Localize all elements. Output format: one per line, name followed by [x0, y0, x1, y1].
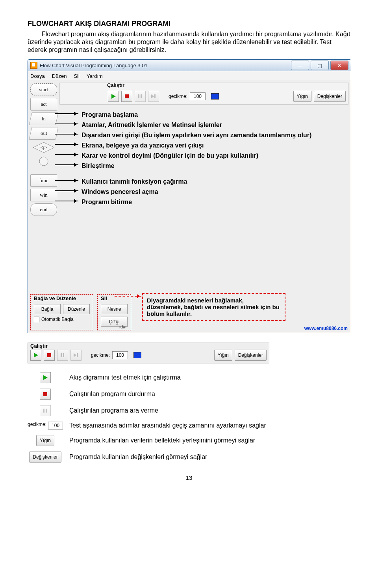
stop-icon[interactable] [121, 91, 132, 102]
minimize-button[interactable]: — [291, 61, 309, 70]
svg-rect-16 [43, 392, 47, 396]
delay-label-2: gecikme: [91, 352, 110, 358]
desc-connector: Birleştirme [82, 162, 347, 170]
tool-start[interactable]: start [30, 83, 57, 96]
svg-rect-4 [125, 94, 129, 98]
delay-label: gecikme: [169, 94, 187, 99]
tool-func[interactable]: func [30, 174, 57, 187]
expl-vars-icon: Değişkenler [29, 452, 61, 463]
site-url: www.emu8086.com [304, 326, 348, 331]
desc-func: Kullanıcı tanımlı fonksiyon çağırma [82, 178, 347, 186]
desc-decision: Karar ve kontrol deyimi (Döngüler için d… [82, 152, 347, 160]
delay-field[interactable]: 100 [190, 92, 206, 100]
explanations: Akış digramını test etmek için çalıştırm… [28, 372, 350, 463]
variables-button-2[interactable]: Değişkenler [235, 350, 267, 361]
intro-paragraph-block: Flowchart programı akış diagramlarının h… [28, 30, 350, 54]
play-icon-2[interactable] [30, 350, 41, 361]
menu-delete[interactable]: Sil [74, 73, 79, 79]
expl-delay-value: 100 [48, 422, 63, 429]
group-delete-label: Sil [101, 295, 107, 301]
maximize-button[interactable]: ▢ [311, 61, 329, 70]
svg-marker-15 [43, 375, 48, 380]
desc-in: Dışarıdan veri girişi (Bu işlem yapılırk… [82, 131, 347, 139]
svg-rect-5 [138, 94, 139, 98]
group-connect-label: Bağla ve Düzenle [34, 295, 76, 301]
tool-in-label: in [42, 116, 46, 122]
desc-end: Programı bitirme [82, 198, 347, 206]
group-delete: Sil Nesne Çizgi [97, 294, 131, 330]
svg-rect-6 [141, 94, 142, 98]
tool-win[interactable]: win [30, 189, 57, 201]
run-label: Çalıştır [107, 82, 124, 88]
tool-in[interactable]: in [29, 112, 59, 125]
svg-marker-9 [34, 353, 38, 358]
tool-connector[interactable] [30, 155, 57, 167]
connect-button[interactable]: Bağla [34, 304, 61, 314]
step-icon-2[interactable] [70, 350, 82, 361]
expl-vars: Programda kullanılan değişkenleri görmey… [69, 453, 207, 461]
menu-edit[interactable]: Düzen [52, 73, 67, 79]
intro-paragraph: Flowchart programı akış diagramlarının h… [28, 30, 350, 54]
step-icon[interactable] [148, 91, 159, 102]
page-number: 13 [28, 474, 350, 481]
expl-pause-icon [40, 405, 51, 416]
toolbar-detail-label: Çalıştır [30, 343, 267, 349]
expl-stop-icon [40, 389, 51, 400]
expl-play-icon [40, 372, 51, 383]
svg-rect-12 [63, 353, 64, 357]
client-area: start act in out <j> func win end Çalışt… [28, 81, 351, 333]
svg-marker-7 [151, 94, 154, 98]
tool-decision[interactable]: <j> [30, 142, 57, 153]
expl-stack-icon: Yığın [36, 435, 54, 446]
group-connect-edit: Bağla ve Düzenle Bağla Düzenle Otomatik … [30, 294, 93, 330]
delay-field-2[interactable]: 100 [112, 351, 128, 359]
svg-rect-14 [77, 353, 78, 357]
svg-rect-11 [61, 353, 62, 357]
auto-connect-label: Otomatik Bağla [41, 317, 74, 322]
stack-button-2[interactable]: Yığın [214, 350, 232, 361]
close-button[interactable]: X [330, 61, 348, 70]
tool-act[interactable]: act [30, 98, 57, 111]
auto-connect-checkbox[interactable]: Otomatik Bağla [34, 317, 90, 322]
svg-rect-8 [154, 94, 156, 98]
tool-out-label: out [41, 130, 47, 136]
desc-win: Windows penceresi açma [82, 188, 347, 196]
tool-end[interactable]: end [30, 203, 57, 216]
desc-out: Ekrana, belgeye ya da yazıcıya veri çıkı… [82, 142, 347, 149]
edit-button[interactable]: Düzenle [63, 304, 90, 314]
svg-rect-18 [46, 409, 47, 413]
progress-indicator [211, 93, 219, 100]
svg-point-2 [39, 157, 48, 166]
descriptions: Programa başlama Atamlar, Aritmetik İşle… [63, 111, 347, 208]
svg-marker-13 [74, 353, 76, 357]
menu-help[interactable]: Yardım [87, 73, 103, 79]
red-arrow [115, 296, 141, 297]
menu-file[interactable]: Dosya [30, 73, 45, 79]
app-window: Flow Chart Visual Programming Language 3… [28, 59, 351, 333]
desc-act: Atamlar, Aritmetik İşlemler ve Metinsel … [82, 121, 347, 129]
expl-delay-label: gecikme: [28, 422, 46, 429]
play-icon[interactable] [108, 91, 119, 102]
svg-rect-17 [43, 409, 44, 413]
pause-icon[interactable] [135, 91, 146, 102]
red-note: Diyagramdaki nesneleri bağlamak, düzenle… [142, 293, 285, 321]
delete-object-button[interactable]: Nesne [101, 304, 128, 314]
variables-button[interactable]: Değişkenler [314, 91, 346, 102]
title-bar: Flow Chart Visual Programming Language 3… [28, 60, 351, 71]
desc-start: Programa başlama [82, 111, 347, 119]
expl-stop: Çalıştırılan programı durdurma [69, 391, 155, 398]
progress-indicator-2 [133, 352, 141, 358]
expl-play: Akış digramını test etmek için çalıştırm… [69, 374, 181, 381]
id-hash: id# [119, 324, 126, 330]
expl-pause: Çalıştırılan programa ara verme [69, 407, 158, 414]
document-title: FLOWCHART AKIŞ DİAGRAMI PROGRAMI [28, 20, 350, 28]
pause-icon-2[interactable] [57, 350, 68, 361]
expl-delay: Test aşamasında adımlar arasındaki geçiş… [69, 422, 266, 429]
menu-bar: Dosya Düzen Sil Yardım [28, 71, 351, 81]
stop-icon-2[interactable] [44, 350, 55, 361]
svg-text:<j>: <j> [41, 145, 47, 150]
window-title: Flow Chart Visual Programming Language 3… [40, 63, 148, 68]
run-panel: Çalıştır gecikme: 100 Yığın Değişkenler [59, 83, 348, 105]
stack-button[interactable]: Yığın [293, 91, 311, 102]
tool-out[interactable]: out [29, 127, 59, 140]
